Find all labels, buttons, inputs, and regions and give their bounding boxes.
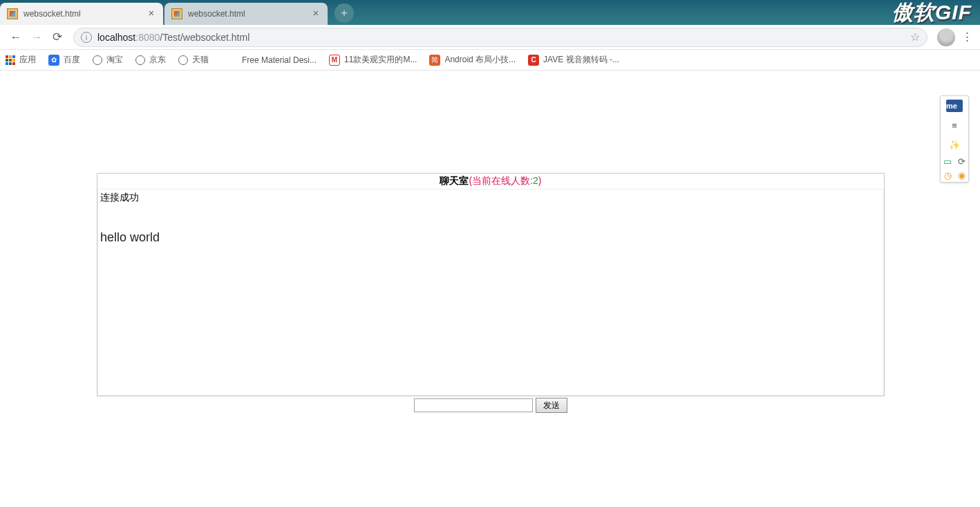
bookmark-item[interactable]: 简 Android 布局小技...: [429, 54, 516, 66]
system-message: 连接成功: [100, 192, 881, 204]
bookmark-label: Free Material Desi...: [242, 55, 317, 65]
forward-button[interactable]: →: [26, 27, 47, 48]
tab-title: websocket.html: [188, 9, 245, 19]
site-info-icon[interactable]: i: [81, 32, 92, 43]
apps-label: 应用: [19, 54, 36, 66]
chat-room-title: 聊天室: [440, 175, 469, 186]
page-content: 聊天室(当前在线人数:2) 连接成功 hello world 发送: [0, 71, 980, 507]
watermark-label: 傲软GIF: [892, 0, 972, 27]
ext-row-2: ◷ ◉: [941, 168, 968, 182]
apps-grid-icon: [6, 55, 15, 65]
close-paren: ): [538, 175, 542, 186]
bookmark-label: JAVE 视音频转码 -...: [543, 54, 619, 66]
chat-header: 聊天室(当前在线人数:2): [97, 173, 885, 189]
browser-menu-button[interactable]: ⋮: [959, 30, 974, 44]
browser-tab[interactable]: websocket.html ×: [164, 3, 328, 25]
bookmark-label: 天猫: [192, 54, 209, 66]
ext-clock-icon[interactable]: ◷: [941, 168, 954, 182]
ext-eye-icon[interactable]: ◉: [954, 168, 968, 182]
jianshu-icon: 简: [429, 55, 440, 66]
bookmark-item[interactable]: 淘宝: [93, 54, 123, 66]
bookmark-bar: 应用 ✿ 百度 淘宝 京东 天猫 Free Material Desi... M…: [0, 50, 980, 71]
bookmark-item[interactable]: C JAVE 视音频转码 -...: [528, 54, 619, 66]
new-tab-button[interactable]: +: [334, 3, 354, 23]
chat-input-row: 发送: [97, 398, 885, 413]
gmail-icon: M: [329, 55, 340, 66]
browser-toolbar: ← → ⟳ i localhost:8080/Test/websocket.ht…: [0, 25, 980, 50]
online-count: 2: [533, 175, 538, 186]
close-tab-icon[interactable]: ×: [311, 9, 321, 19]
browser-tab-active[interactable]: websocket.html ×: [0, 3, 163, 25]
bookmark-item[interactable]: Free Material Desi...: [242, 55, 317, 65]
url-port: :8080: [135, 32, 160, 43]
reload-button[interactable]: ⟳: [47, 27, 68, 48]
bookmark-label: 淘宝: [106, 54, 123, 66]
bookmark-star-icon[interactable]: ☆: [910, 30, 920, 44]
back-button[interactable]: ←: [6, 27, 26, 48]
url-host: localhost: [97, 32, 135, 43]
address-bar[interactable]: i localhost:8080/Test/websocket.html ☆: [73, 28, 927, 47]
csdn-icon: C: [528, 55, 539, 66]
bookmark-label: 11款美观实用的M...: [344, 54, 417, 66]
chat-container: 聊天室(当前在线人数:2) 连接成功 hello world 发送: [97, 173, 885, 413]
tab-title: websocket.html: [23, 9, 81, 19]
extension-panel: me ≡ ✨ ▭ ⟳ ◷ ◉: [940, 95, 969, 183]
favicon-icon: [171, 8, 182, 19]
url-path: /Test/websocket.html: [160, 32, 249, 43]
bookmark-item[interactable]: 天猫: [178, 54, 209, 66]
ext-wand-icon[interactable]: ✨: [941, 135, 968, 154]
globe-icon: [93, 55, 102, 65]
online-label: 当前在线人数:: [472, 175, 533, 186]
ext-refresh-icon[interactable]: ⟳: [954, 154, 968, 168]
bookmark-label: 百度: [64, 54, 80, 66]
chat-input[interactable]: [414, 398, 533, 412]
ext-monitor-icon[interactable]: ▭: [941, 154, 954, 168]
ext-me-badge[interactable]: me: [941, 96, 968, 116]
apps-shortcut[interactable]: 应用: [6, 54, 36, 66]
bookmark-label: 京东: [149, 54, 166, 66]
browser-tabstrip: websocket.html × websocket.html × + 傲软GI…: [0, 0, 980, 25]
profile-avatar[interactable]: [937, 28, 955, 46]
bookmark-label: Android 布局小技...: [444, 54, 516, 66]
bookmark-item[interactable]: M 11款美观实用的M...: [329, 54, 417, 66]
globe-icon: [178, 55, 188, 65]
bookmark-item[interactable]: ✿ 百度: [48, 54, 80, 66]
favicon-icon: [7, 8, 18, 19]
ext-row-1: ▭ ⟳: [941, 154, 968, 168]
chat-messages-box: 连接成功 hello world: [97, 189, 885, 396]
globe-icon: [135, 55, 145, 65]
chat-message: hello world: [100, 230, 881, 245]
close-tab-icon[interactable]: ×: [147, 9, 156, 19]
ext-menu-icon[interactable]: ≡: [941, 116, 968, 135]
bookmark-item[interactable]: 京东: [135, 54, 166, 66]
send-button[interactable]: 发送: [536, 398, 567, 413]
baidu-icon: ✿: [48, 55, 59, 66]
